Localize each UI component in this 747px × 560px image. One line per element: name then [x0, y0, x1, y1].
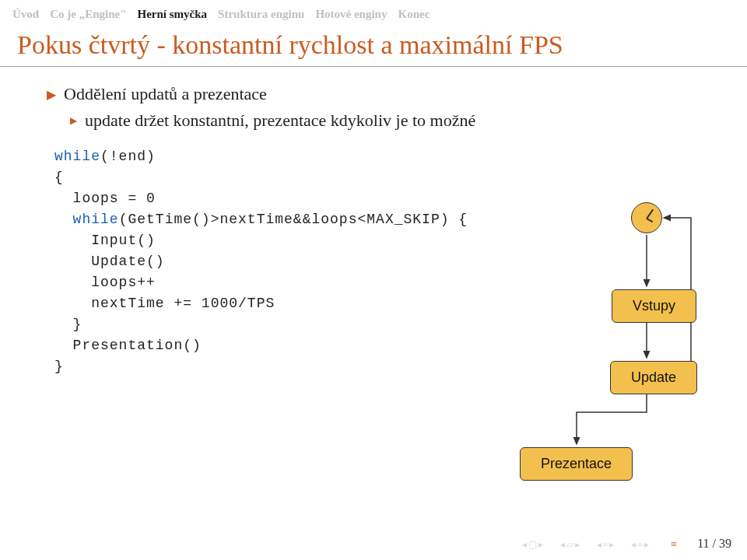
code-l10: Presentation(): [54, 338, 202, 353]
slide-title: Pokus čtvrtý - konstantní rychlost a max…: [0, 24, 747, 60]
code-l11: }: [54, 359, 64, 374]
flow-diagram: Vstupy Update Prezentace: [510, 194, 697, 490]
code-l7: loops++: [54, 275, 156, 290]
bullet-1-text: Oddělení updatů a prezentace: [64, 84, 267, 104]
clock-icon: [631, 202, 662, 233]
bullet-1a: ▶ update držet konstantní, prezentace kd…: [70, 110, 700, 131]
nav-smycka[interactable]: Herní smyčka: [138, 8, 208, 21]
nav-engine[interactable]: Co je „Engine": [50, 8, 126, 21]
nav-konec[interactable]: Konec: [398, 8, 430, 21]
code-l4a: [54, 212, 73, 227]
nav-slide-icon[interactable]: ◂▢▸: [522, 539, 543, 551]
nav-uvod[interactable]: Úvod: [12, 8, 39, 21]
kw-while-2: while: [73, 212, 119, 227]
bullet-1a-text: update držet konstantní, prezentace kdyk…: [85, 110, 475, 131]
code-l6: Update(): [54, 254, 165, 269]
section-nav: Úvod Co je „Engine" Herní smyčka Struktu…: [0, 0, 747, 24]
title-rule: [0, 66, 747, 67]
triangle-icon: ▶: [47, 84, 56, 106]
beamer-nav-icons: ◂▢▸ ◂▱▸ ◂≡▸ ◂≡▸ ≡: [522, 538, 677, 551]
box-update: Update: [610, 361, 697, 394]
code-l9: }: [54, 317, 82, 332]
code-l2: {: [54, 170, 64, 185]
code-l8: nextTime += 1000/TPS: [54, 296, 275, 311]
box-prezentace: Prezentace: [520, 447, 633, 481]
bullet-1: ▶ Oddělení updatů a prezentace: [47, 84, 700, 106]
nav-struktura[interactable]: Struktura enginu: [218, 8, 304, 21]
page-counter: 11 / 39: [697, 537, 731, 551]
triangle-icon: ▶: [70, 110, 77, 131]
nav-frame-icon[interactable]: ◂▱▸: [560, 539, 580, 551]
nav-section-icon[interactable]: ◂≡▸: [631, 539, 649, 551]
nav-subsection-icon[interactable]: ◂≡▸: [597, 539, 615, 551]
code-l4c: (GetTime()>nextTime&&loops<MAX_SKIP) {: [119, 212, 468, 227]
code-l1b: (!end): [100, 149, 156, 164]
kw-while: while: [54, 149, 100, 164]
nav-hotove[interactable]: Hotové enginy: [315, 8, 387, 21]
code-l5: Input(): [54, 233, 156, 248]
diagram-arrows: [510, 194, 697, 490]
nav-eq-icon[interactable]: ≡: [671, 538, 677, 551]
box-vstupy: Vstupy: [612, 289, 696, 323]
code-l3: loops = 0: [54, 191, 156, 206]
